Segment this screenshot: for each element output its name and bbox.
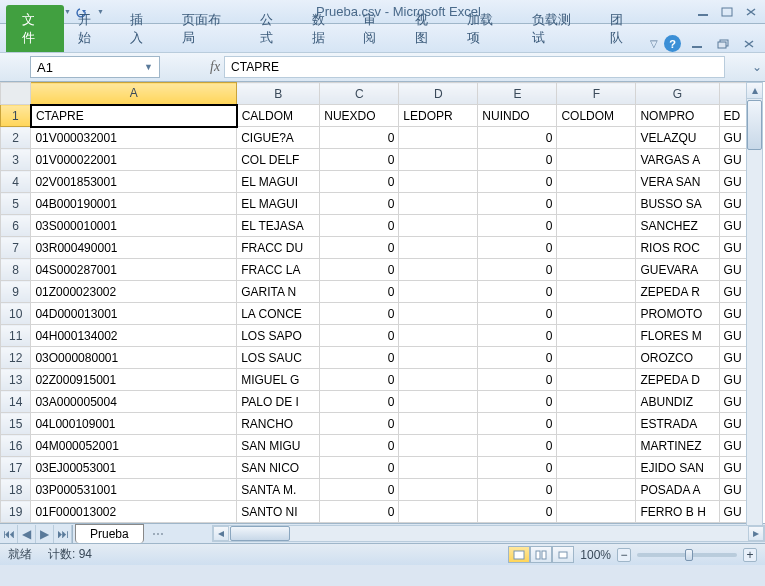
cell-H11[interactable]: GU [719, 325, 747, 347]
cell-B13[interactable]: MIGUEL G [237, 369, 320, 391]
minimize-button[interactable] [693, 4, 713, 20]
cell-E8[interactable]: 0 [478, 259, 557, 281]
cell-G16[interactable]: MARTINEZ [636, 435, 719, 457]
cell-H7[interactable]: GU [719, 237, 747, 259]
row-header-8[interactable]: 8 [1, 259, 31, 281]
cell-A14[interactable]: 03A000005004 [31, 391, 237, 413]
view-normal-icon[interactable] [508, 546, 530, 563]
cell-E2[interactable]: 0 [478, 127, 557, 149]
cell-H16[interactable]: GU [719, 435, 747, 457]
cell-C10[interactable]: 0 [320, 303, 399, 325]
cell-G4[interactable]: VERA SAN [636, 171, 719, 193]
view-page-break-icon[interactable] [552, 546, 574, 563]
cell-F18[interactable] [557, 479, 636, 501]
cell-B15[interactable]: RANCHO [237, 413, 320, 435]
cell-E18[interactable]: 0 [478, 479, 557, 501]
workbook-minimize-button[interactable] [687, 36, 707, 52]
col-header-E[interactable]: E [478, 83, 557, 105]
cell-F13[interactable] [557, 369, 636, 391]
cell-B16[interactable]: SAN MIGU [237, 435, 320, 457]
row-header-15[interactable]: 15 [1, 413, 31, 435]
cell-F5[interactable] [557, 193, 636, 215]
cell-H8[interactable]: GU [719, 259, 747, 281]
cell-C14[interactable]: 0 [320, 391, 399, 413]
cell-F8[interactable] [557, 259, 636, 281]
cell-H15[interactable]: GU [719, 413, 747, 435]
select-all-corner[interactable] [1, 83, 31, 105]
cell-G9[interactable]: ZEPEDA R [636, 281, 719, 303]
row-header-1[interactable]: 1 [1, 105, 31, 127]
cell-E17[interactable]: 0 [478, 457, 557, 479]
cell-B9[interactable]: GARITA N [237, 281, 320, 303]
cell-D2[interactable] [399, 127, 478, 149]
cell-G7[interactable]: RIOS ROC [636, 237, 719, 259]
cell-F7[interactable] [557, 237, 636, 259]
cell-E6[interactable]: 0 [478, 215, 557, 237]
cell-F3[interactable] [557, 149, 636, 171]
sheet-tab-new-icon[interactable]: ⋯ [144, 525, 172, 543]
cell-F15[interactable] [557, 413, 636, 435]
cell-B1[interactable]: CALDOM [237, 105, 320, 127]
horizontal-scrollbar[interactable]: ◂ ▸ [212, 525, 765, 542]
zoom-level[interactable]: 100% [580, 548, 611, 562]
ribbon-tab-view[interactable]: 视图 [403, 6, 453, 52]
cell-F11[interactable] [557, 325, 636, 347]
cell-D18[interactable] [399, 479, 478, 501]
col-header-F[interactable]: F [557, 83, 636, 105]
cell-D12[interactable] [399, 347, 478, 369]
cell-B11[interactable]: LOS SAPO [237, 325, 320, 347]
ribbon-minimize-icon[interactable]: ▽ [650, 38, 658, 49]
cell-H6[interactable]: GU [719, 215, 747, 237]
cell-B10[interactable]: LA CONCE [237, 303, 320, 325]
cell-C13[interactable]: 0 [320, 369, 399, 391]
ribbon-tab-loadtest[interactable]: 负载测试 [520, 6, 596, 52]
cell-D16[interactable] [399, 435, 478, 457]
cell-B14[interactable]: PALO DE I [237, 391, 320, 413]
maximize-button[interactable] [717, 4, 737, 20]
cell-H13[interactable]: GU [719, 369, 747, 391]
zoom-out-button[interactable]: − [617, 548, 631, 562]
cell-E7[interactable]: 0 [478, 237, 557, 259]
col-header-G[interactable]: G [636, 83, 719, 105]
cell-D14[interactable] [399, 391, 478, 413]
cell-E10[interactable]: 0 [478, 303, 557, 325]
cell-C16[interactable]: 0 [320, 435, 399, 457]
cell-H19[interactable]: GU [719, 501, 747, 523]
fx-icon[interactable]: fx [210, 59, 220, 75]
cell-B19[interactable]: SANTO NI [237, 501, 320, 523]
cell-D3[interactable] [399, 149, 478, 171]
cell-D1[interactable]: LEDOPR [399, 105, 478, 127]
cell-D11[interactable] [399, 325, 478, 347]
cell-F12[interactable] [557, 347, 636, 369]
cell-E19[interactable]: 0 [478, 501, 557, 523]
row-header-4[interactable]: 4 [1, 171, 31, 193]
cell-E14[interactable]: 0 [478, 391, 557, 413]
close-button[interactable] [741, 4, 761, 20]
cell-G8[interactable]: GUEVARA [636, 259, 719, 281]
ribbon-tab-team[interactable]: 团队 [598, 6, 648, 52]
cell-G14[interactable]: ABUNDIZ [636, 391, 719, 413]
scroll-thumb-horizontal[interactable] [230, 526, 290, 541]
col-header-C[interactable]: C [320, 83, 399, 105]
cell-F19[interactable] [557, 501, 636, 523]
cell-C15[interactable]: 0 [320, 413, 399, 435]
cell-C4[interactable]: 0 [320, 171, 399, 193]
zoom-slider[interactable] [637, 553, 737, 557]
cell-D4[interactable] [399, 171, 478, 193]
cell-G12[interactable]: OROZCO [636, 347, 719, 369]
cell-F6[interactable] [557, 215, 636, 237]
workbook-close-button[interactable] [739, 36, 759, 52]
cell-B3[interactable]: COL DELF [237, 149, 320, 171]
cell-G10[interactable]: PROMOTO [636, 303, 719, 325]
cell-H14[interactable]: GU [719, 391, 747, 413]
cell-A19[interactable]: 01F000013002 [31, 501, 237, 523]
cell-G19[interactable]: FERRO B H [636, 501, 719, 523]
ribbon-tab-addins[interactable]: 加载项 [455, 6, 518, 52]
cell-D6[interactable] [399, 215, 478, 237]
cell-H17[interactable]: GU [719, 457, 747, 479]
cell-B8[interactable]: FRACC LA [237, 259, 320, 281]
cell-F4[interactable] [557, 171, 636, 193]
view-page-layout-icon[interactable] [530, 546, 552, 563]
cell-H10[interactable]: GU [719, 303, 747, 325]
ribbon-tab-formulas[interactable]: 公式 [248, 6, 298, 52]
